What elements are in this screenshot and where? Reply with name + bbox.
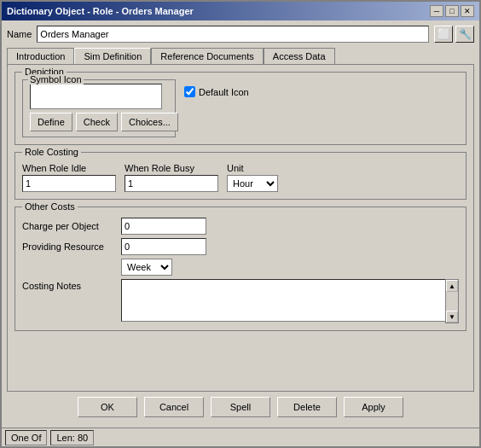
providing-row: Providing Resource — [22, 238, 459, 255]
notes-label: Costing Notes — [22, 279, 116, 291]
charge-input[interactable] — [121, 218, 206, 235]
when-busy-group: When Role Busy — [125, 163, 218, 192]
choices-button[interactable]: Choices... — [121, 113, 178, 131]
charge-row: Charge per Object — [22, 218, 459, 235]
title-buttons: ─ □ ✕ — [430, 5, 474, 17]
check-button[interactable]: Check — [76, 113, 118, 131]
providing-label: Providing Resource — [22, 241, 116, 252]
ok-button[interactable]: OK — [78, 397, 137, 417]
spell-button[interactable]: Spell — [211, 397, 270, 417]
other-costs-content: Charge per Object Providing Resource Hou… — [22, 214, 459, 323]
symbol-icon-preview — [30, 84, 162, 109]
apply-button[interactable]: Apply — [344, 397, 403, 417]
unit-select[interactable]: Hour Day Week Month — [227, 175, 278, 192]
main-window: Dictionary Object - Role - Orders Manage… — [0, 0, 481, 448]
status-section-2: Len: 80 — [50, 430, 94, 445]
other-costs-group: Other Costs Charge per Object Providing … — [14, 207, 467, 331]
other-costs-label: Other Costs — [22, 201, 78, 212]
symbol-icon-group: Symbol Icon Define Check Choices... — [22, 79, 176, 137]
providing-input[interactable] — [121, 238, 206, 255]
when-idle-label: When Role Idle — [22, 163, 116, 173]
default-icon-row: Default Icon — [184, 86, 249, 97]
unit-group: Unit Hour Day Week Month — [227, 163, 278, 192]
depiction-inner: Symbol Icon Define Check Choices... Defa… — [22, 79, 459, 137]
role-costing-label: Role Costing — [22, 147, 81, 157]
when-idle-group: When Role Idle — [22, 163, 116, 192]
notes-row: Costing Notes ▲ ▼ — [22, 279, 459, 323]
tab-content: Depiction Symbol Icon Define Check Choic… — [7, 64, 474, 392]
name-icons: ⬜ 🔧 — [434, 26, 474, 43]
status-section-1: One Of — [5, 430, 47, 445]
role-costing-group: Role Costing When Role Idle When Role Bu… — [14, 152, 467, 200]
title-bar: Dictionary Object - Role - Orders Manage… — [2, 2, 479, 20]
scroll-down-arrow[interactable]: ▼ — [446, 311, 458, 323]
notes-area-container: ▲ ▼ — [121, 279, 459, 323]
delete-button[interactable]: Delete — [277, 397, 337, 417]
tab-sim-definition[interactable]: Sim Definition — [74, 48, 151, 64]
tab-access-data[interactable]: Access Data — [264, 48, 335, 64]
define-button[interactable]: Define — [30, 113, 72, 131]
period-row: Hour Day Week Month — [121, 259, 459, 276]
symbol-buttons: Define Check Choices... — [30, 113, 168, 131]
close-button[interactable]: ✕ — [461, 5, 474, 17]
default-icon-label[interactable]: Default Icon — [184, 86, 249, 97]
notes-scrollbar[interactable]: ▲ ▼ — [445, 279, 459, 323]
symbol-icon-label: Symbol Icon — [28, 74, 84, 84]
scroll-up-arrow[interactable]: ▲ — [446, 280, 458, 292]
tab-reference-documents[interactable]: Reference Documents — [151, 48, 263, 64]
cancel-button[interactable]: Cancel — [144, 397, 204, 417]
window-title: Dictionary Object - Role - Orders Manage… — [7, 6, 194, 16]
window-body: Name ⬜ 🔧 Introduction Sim Definition Ref… — [2, 20, 479, 428]
notes-textarea[interactable] — [121, 279, 459, 322]
when-busy-input[interactable] — [125, 175, 218, 192]
name-row: Name ⬜ 🔧 — [7, 26, 474, 43]
role-costing-content: When Role Idle When Role Busy Unit Hour … — [22, 160, 459, 192]
when-busy-label: When Role Busy — [125, 163, 218, 173]
tab-introduction[interactable]: Introduction — [7, 48, 74, 64]
maximize-button[interactable]: □ — [445, 5, 459, 17]
help-icon-btn[interactable]: 🔧 — [455, 26, 474, 43]
status-bar: One Of Len: 80 — [2, 428, 479, 446]
minimize-button[interactable]: ─ — [430, 5, 443, 17]
tabs: Introduction Sim Definition Reference Do… — [7, 48, 474, 64]
bottom-buttons: OK Cancel Spell Delete Apply — [7, 392, 474, 422]
unit-label: Unit — [227, 163, 278, 173]
restore-icon-btn[interactable]: ⬜ — [434, 26, 453, 43]
name-label: Name — [7, 29, 32, 39]
default-icon-checkbox[interactable] — [184, 86, 195, 97]
depiction-group: Depiction Symbol Icon Define Check Choic… — [14, 72, 467, 145]
period-select[interactable]: Hour Day Week Month — [121, 259, 172, 276]
charge-label: Charge per Object — [22, 221, 116, 231]
name-input[interactable] — [37, 26, 429, 43]
when-idle-input[interactable] — [22, 175, 116, 192]
